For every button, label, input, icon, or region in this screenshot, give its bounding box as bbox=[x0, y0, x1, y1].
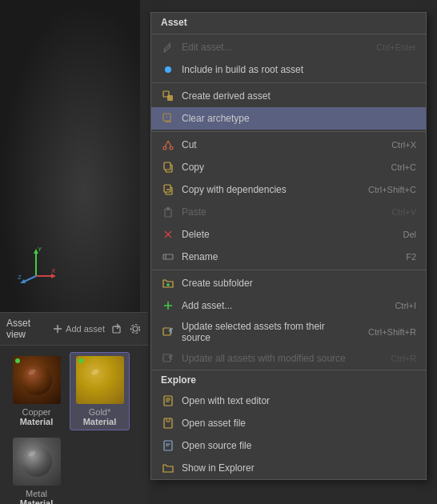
export-icon[interactable] bbox=[111, 322, 124, 335]
gold-name: Gold* bbox=[89, 407, 111, 417]
cut-shortcut: Ctrl+X bbox=[391, 140, 416, 150]
gold-indicator bbox=[78, 358, 83, 363]
update-selected-label: Update selected assets from their source bbox=[182, 321, 352, 343]
viewport: Y X Z bbox=[0, 0, 140, 316]
copper-name: Copper bbox=[22, 407, 50, 417]
menu-item-rename[interactable]: Rename F2 bbox=[151, 246, 426, 268]
asset-item-gold[interactable]: Gold* Material bbox=[70, 352, 130, 430]
settings-icon[interactable] bbox=[129, 322, 142, 335]
menu-item-copy-deps[interactable]: Copy with dependencies Ctrl+Shift+C bbox=[151, 178, 426, 201]
include-build-label: Include in build as root asset bbox=[182, 64, 416, 75]
metal-thumbnail bbox=[13, 438, 61, 486]
delete-icon bbox=[161, 227, 175, 242]
svg-line-25 bbox=[168, 141, 171, 147]
menu-item-paste[interactable]: Paste Ctrl+V bbox=[151, 201, 426, 223]
copper-type: Material bbox=[20, 417, 54, 426]
subfolder-icon bbox=[161, 276, 175, 290]
menu-item-include-build[interactable]: Include in build as root asset bbox=[151, 58, 426, 81]
edit-icon bbox=[161, 40, 175, 54]
menu-item-cut[interactable]: Cut Ctrl+X bbox=[151, 134, 426, 156]
update-selected-shortcut: Ctrl+Shift+R bbox=[368, 327, 416, 337]
metal-name: Metal bbox=[26, 489, 47, 498]
menu-item-create-derived[interactable]: Create derived asset bbox=[151, 85, 426, 107]
open-asset-label: Open asset file bbox=[182, 418, 416, 429]
menu-section-asset: Asset bbox=[151, 13, 426, 32]
copper-thumbnail bbox=[13, 356, 61, 404]
svg-line-24 bbox=[165, 141, 168, 147]
include-icon bbox=[161, 62, 175, 77]
clear-archetype-label: Clear archetype bbox=[182, 113, 416, 124]
menu-item-update-selected[interactable]: Update selected assets from their source… bbox=[151, 317, 426, 347]
svg-text:Y: Y bbox=[38, 246, 42, 253]
svg-text:Z: Z bbox=[18, 274, 22, 281]
clear-icon bbox=[161, 111, 175, 126]
svg-point-13 bbox=[133, 326, 138, 331]
open-source-label: Open source file bbox=[182, 440, 416, 451]
svg-rect-43 bbox=[163, 354, 170, 362]
svg-rect-18 bbox=[167, 95, 173, 101]
asset-view-header: Asset view Add asset bbox=[0, 313, 148, 346]
asset-item-metal[interactable]: Metal Material bbox=[6, 434, 66, 504]
menu-item-update-all[interactable]: Update all assets with modified source C… bbox=[151, 347, 426, 370]
context-menu: Asset Edit asset... Ctrl+Enter Include i… bbox=[150, 12, 427, 480]
create-subfolder-label: Create subfolder bbox=[182, 278, 416, 289]
svg-rect-32 bbox=[166, 207, 170, 210]
gold-type: Material bbox=[83, 417, 117, 426]
svg-line-15 bbox=[169, 43, 170, 45]
separator-1 bbox=[151, 34, 426, 34]
svg-rect-35 bbox=[163, 254, 173, 259]
add-asset-label: Add asset... bbox=[182, 300, 379, 311]
update-all-shortcut: Ctrl+R bbox=[391, 354, 416, 363]
asset-view-title: Asset view bbox=[6, 318, 48, 340]
svg-rect-11 bbox=[113, 326, 120, 333]
menu-item-add-asset[interactable]: Add asset... Ctrl+I bbox=[151, 294, 426, 317]
edit-asset-shortcut: Ctrl+Enter bbox=[376, 42, 416, 52]
menu-item-create-subfolder[interactable]: Create subfolder bbox=[151, 272, 426, 294]
explorer-icon bbox=[161, 461, 175, 475]
gold-thumbnail bbox=[76, 356, 124, 404]
edit-asset-label: Edit asset... bbox=[182, 42, 360, 53]
svg-rect-49 bbox=[164, 418, 172, 428]
asset-items-grid: Copper Material Gold* Material Metal Mat… bbox=[0, 346, 148, 504]
delete-shortcut: Del bbox=[403, 230, 416, 239]
svg-rect-27 bbox=[164, 162, 170, 170]
derive-icon bbox=[161, 89, 175, 103]
cut-icon bbox=[161, 138, 175, 152]
copy-icon bbox=[161, 160, 175, 174]
menu-item-open-asset[interactable]: Open asset file bbox=[151, 412, 426, 434]
menu-item-edit-asset[interactable]: Edit asset... Ctrl+Enter bbox=[151, 36, 426, 58]
add-asset-button[interactable]: Add asset bbox=[53, 322, 105, 335]
menu-item-show-explorer[interactable]: Show in Explorer bbox=[151, 457, 426, 479]
svg-text:X: X bbox=[51, 267, 56, 274]
separator-2 bbox=[151, 82, 426, 83]
menu-item-clear-archetype[interactable]: Clear archetype bbox=[151, 107, 426, 130]
menu-item-copy[interactable]: Copy Ctrl+C bbox=[151, 156, 426, 178]
asset-view-toolbar: Add asset bbox=[53, 322, 142, 335]
menu-section-explore: Explore bbox=[151, 370, 426, 390]
separator-4 bbox=[151, 270, 426, 270]
add-asset-icon bbox=[161, 298, 175, 313]
paste-icon bbox=[161, 205, 175, 219]
menu-item-open-text[interactable]: Open with text editor bbox=[151, 390, 426, 412]
plus-icon bbox=[53, 324, 62, 334]
svg-point-14 bbox=[131, 325, 140, 334]
menu-item-delete[interactable]: Delete Del bbox=[151, 223, 426, 246]
rename-label: Rename bbox=[182, 251, 390, 262]
paste-shortcut: Ctrl+V bbox=[391, 207, 416, 217]
source-file-icon bbox=[161, 438, 175, 453]
metal-type: Material bbox=[20, 498, 54, 504]
delete-label: Delete bbox=[182, 229, 387, 240]
copy-deps-label: Copy with dependencies bbox=[182, 184, 352, 195]
axis-gizmo: Y X Z bbox=[16, 244, 56, 284]
svg-rect-41 bbox=[163, 328, 170, 335]
asset-view-panel: Asset view Add asset bbox=[0, 312, 148, 504]
open-text-label: Open with text editor bbox=[182, 395, 416, 406]
svg-rect-29 bbox=[164, 185, 170, 192]
separator-3 bbox=[151, 131, 426, 132]
copper-indicator bbox=[15, 358, 20, 363]
rename-shortcut: F2 bbox=[406, 252, 416, 262]
menu-item-open-source[interactable]: Open source file bbox=[151, 434, 426, 457]
create-derived-label: Create derived asset bbox=[182, 90, 416, 102]
asset-item-copper[interactable]: Copper Material bbox=[6, 352, 66, 430]
update-all-icon bbox=[161, 351, 175, 366]
